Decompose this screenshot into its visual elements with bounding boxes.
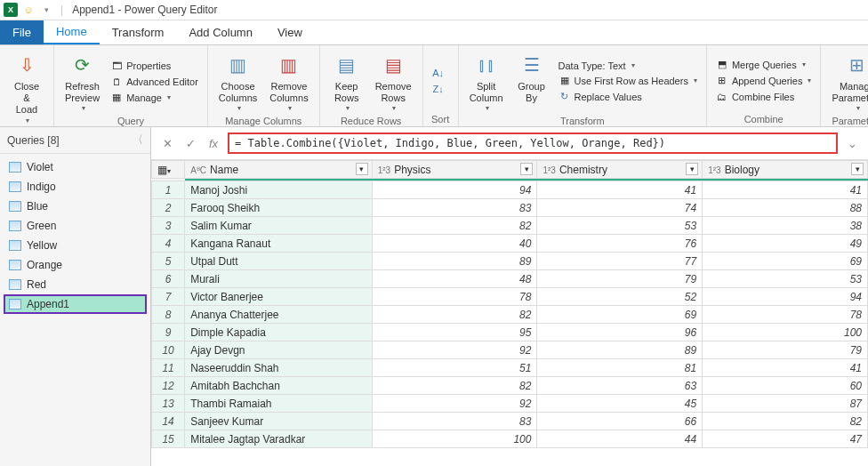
column-filter-icon[interactable]: ▾ <box>686 163 698 175</box>
cell-physics[interactable]: 83 <box>372 199 537 217</box>
cell-biology[interactable]: 100 <box>703 324 868 341</box>
cell-physics[interactable]: 100 <box>372 430 537 448</box>
cell-name[interactable]: Sanjeev Kumar <box>185 413 373 430</box>
cell-physics[interactable]: 92 <box>372 395 537 413</box>
cell-name[interactable]: Ajay Devgn <box>185 341 373 359</box>
tab-transform[interactable]: Transform <box>100 20 177 44</box>
table-row[interactable]: 7Victor Banerjee785294 <box>152 288 868 306</box>
table-row[interactable]: 4Kangana Ranaut407649 <box>152 235 868 253</box>
table-row[interactable]: 3Salim Kumar825338 <box>152 217 868 235</box>
query-item-yellow[interactable]: Yellow <box>4 236 147 255</box>
cell-physics[interactable]: 51 <box>372 359 537 377</box>
cell-chemistry[interactable]: 96 <box>537 324 703 341</box>
keep-rows-button[interactable]: ▤Keep Rows▾ <box>327 49 366 114</box>
tab-home[interactable]: Home <box>44 20 100 44</box>
cell-physics[interactable]: 89 <box>372 253 537 270</box>
sort-desc-button[interactable]: Z↓ <box>430 82 451 96</box>
sort-asc-button[interactable]: A↓ <box>430 66 451 80</box>
remove-columns-button[interactable]: ▥Remove Columns▾ <box>266 49 311 114</box>
tab-add-column[interactable]: Add Column <box>176 20 265 44</box>
cell-biology[interactable]: 78 <box>703 306 868 324</box>
properties-button[interactable]: 🗔Properties <box>108 59 200 73</box>
cell-name[interactable]: Dimple Kapadia <box>185 324 373 341</box>
merge-queries-button[interactable]: ⬒Merge Queries▾ <box>714 58 814 72</box>
table-row[interactable]: 6Murali487953 <box>152 270 868 288</box>
cell-chemistry[interactable]: 79 <box>537 270 703 288</box>
cell-biology[interactable]: 47 <box>703 430 868 448</box>
cell-chemistry[interactable]: 44 <box>537 430 703 448</box>
cell-chemistry[interactable]: 69 <box>537 306 703 324</box>
table-row[interactable]: 10Ajay Devgn928979 <box>152 341 868 359</box>
group-by-button[interactable]: ☰Group By <box>512 49 551 114</box>
column-header-physics[interactable]: 1²3Physics▾ <box>372 161 537 179</box>
cell-biology[interactable]: 41 <box>703 359 868 377</box>
accept-formula-button[interactable]: ✓ <box>181 134 199 152</box>
cell-biology[interactable]: 79 <box>703 341 868 359</box>
cell-chemistry[interactable]: 66 <box>537 413 703 430</box>
cell-biology[interactable]: 38 <box>703 217 868 235</box>
cell-name[interactable]: Naseeruddin Shah <box>185 359 373 377</box>
cell-name[interactable]: Mitalee Jagtap Varadkar <box>185 430 373 448</box>
table-row[interactable]: 5Utpal Dutt897769 <box>152 253 868 270</box>
cell-chemistry[interactable]: 81 <box>537 359 703 377</box>
cell-physics[interactable]: 83 <box>372 413 537 430</box>
cell-physics[interactable]: 95 <box>372 324 537 341</box>
column-header-biology[interactable]: 1²3Biology▾ <box>703 161 868 179</box>
cell-name[interactable]: Murali <box>185 270 373 288</box>
cell-biology[interactable]: 82 <box>703 413 868 430</box>
manage-button[interactable]: ▦Manage▾ <box>108 91 200 105</box>
data-type-button[interactable]: Data Type: Text▾ <box>557 60 699 72</box>
combine-files-button[interactable]: 🗂Combine Files <box>714 90 814 104</box>
smiley-icon[interactable]: ☺ <box>21 3 36 17</box>
replace-values-button[interactable]: ↻Replace Values <box>557 90 699 104</box>
column-header-chemistry[interactable]: 1²3Chemistry▾ <box>537 161 703 179</box>
cell-biology[interactable]: 69 <box>703 253 868 270</box>
cell-biology[interactable]: 53 <box>703 270 868 288</box>
cell-name[interactable]: Farooq Sheikh <box>185 199 373 217</box>
split-column-button[interactable]: ⫿⫿Split Column▾ <box>466 49 507 114</box>
close-load-button[interactable]: ⇩ Close & Load▾ <box>7 49 46 126</box>
collapse-icon[interactable]: 〈 <box>133 133 143 148</box>
cell-chemistry[interactable]: 77 <box>537 253 703 270</box>
cell-biology[interactable]: 88 <box>703 199 868 217</box>
table-row[interactable]: 13Thambi Ramaiah924587 <box>152 395 868 413</box>
queries-header[interactable]: Queries [8] 〈 <box>0 127 150 154</box>
cell-name[interactable]: Thambi Ramaiah <box>185 395 373 413</box>
cell-name[interactable]: Utpal Dutt <box>185 253 373 270</box>
tab-file[interactable]: File <box>0 20 44 44</box>
cell-physics[interactable]: 48 <box>372 270 537 288</box>
query-item-blue[interactable]: Blue <box>4 197 147 216</box>
cell-chemistry[interactable]: 45 <box>537 395 703 413</box>
cell-chemistry[interactable]: 41 <box>537 181 703 199</box>
cell-physics[interactable]: 82 <box>372 217 537 235</box>
cell-physics[interactable]: 78 <box>372 288 537 306</box>
cell-name[interactable]: Salim Kumar <box>185 217 373 235</box>
cell-biology[interactable]: 49 <box>703 235 868 253</box>
table-row[interactable]: 9Dimple Kapadia9596100 <box>152 324 868 341</box>
cancel-formula-button[interactable]: ✕ <box>158 134 176 152</box>
cell-chemistry[interactable]: 89 <box>537 341 703 359</box>
manage-parameters-button[interactable]: ⊞Manage Parameters▾ <box>828 49 868 114</box>
data-grid[interactable]: ▦▾ AᴮCName▾ 1²3Physics▾ 1²3Chemistry▾ 1²… <box>151 160 868 466</box>
cell-physics[interactable]: 40 <box>372 235 537 253</box>
table-row[interactable]: 12Amitabh Bachchan826360 <box>152 377 868 395</box>
query-item-red[interactable]: Red <box>4 275 147 294</box>
cell-name[interactable]: Kangana Ranaut <box>185 235 373 253</box>
cell-physics[interactable]: 82 <box>372 377 537 395</box>
table-row[interactable]: 15Mitalee Jagtap Varadkar1004447 <box>152 430 868 448</box>
table-row[interactable]: 14Sanjeev Kumar836682 <box>152 413 868 430</box>
table-row[interactable]: 1Manoj Joshi944141 <box>152 181 868 199</box>
cell-chemistry[interactable]: 53 <box>537 217 703 235</box>
tab-view[interactable]: View <box>265 20 315 44</box>
cell-biology[interactable]: 60 <box>703 377 868 395</box>
column-filter-icon[interactable]: ▾ <box>520 163 533 175</box>
table-row[interactable]: 11Naseeruddin Shah518141 <box>152 359 868 377</box>
cell-biology[interactable]: 94 <box>703 288 868 306</box>
cell-name[interactable]: Ananya Chatterjee <box>185 306 373 324</box>
append-queries-button[interactable]: ⊞Append Queries▾ <box>714 74 814 88</box>
query-item-orange[interactable]: Orange <box>4 255 147 275</box>
column-filter-icon[interactable]: ▾ <box>356 163 368 175</box>
first-row-headers-button[interactable]: ▦Use First Row as Headers▾ <box>557 74 699 88</box>
choose-columns-button[interactable]: ▥Choose Columns▾ <box>215 49 261 114</box>
formula-input[interactable] <box>228 133 838 154</box>
